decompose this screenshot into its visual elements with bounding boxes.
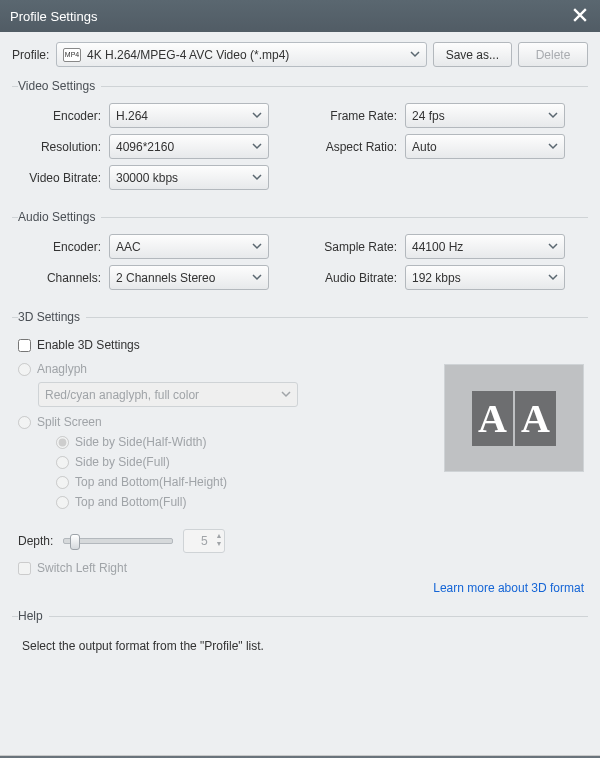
- close-icon: [573, 8, 587, 25]
- sbs-half-radio: Side by Side(Half-Width): [56, 435, 444, 449]
- audio-encoder-label: Encoder:: [18, 240, 103, 254]
- chevron-down-icon: [548, 240, 558, 254]
- tb-full-label: Top and Bottom(Full): [75, 495, 186, 509]
- audio-legend: Audio Settings: [18, 210, 101, 224]
- chevron-down-icon: [252, 109, 262, 123]
- aspect-value: Auto: [412, 140, 542, 154]
- sbs-full-radio: Side by Side(Full): [56, 455, 444, 469]
- depth-label: Depth:: [18, 534, 53, 548]
- enable-3d-input[interactable]: [18, 339, 31, 352]
- profile-row: Profile: MP4 4K H.264/MPEG-4 AVC Video (…: [12, 42, 588, 67]
- spinner-arrows: ▲▼: [215, 532, 222, 547]
- tb-half-radio-input: [56, 476, 69, 489]
- audio-bitrate-label: Audio Bitrate:: [319, 271, 399, 285]
- chevron-down-icon: [252, 240, 262, 254]
- sbs-half-radio-input: [56, 436, 69, 449]
- chevron-down-icon: [281, 388, 291, 402]
- switch-lr-label: Switch Left Right: [37, 561, 127, 575]
- channels-label: Channels:: [18, 271, 103, 285]
- split-screen-radio: Split Screen: [18, 415, 444, 429]
- video-encoder-dropdown[interactable]: H.264: [109, 103, 269, 128]
- video-legend: Video Settings: [18, 79, 101, 93]
- sample-rate-value: 44100 Hz: [412, 240, 542, 254]
- chevron-down-icon: [252, 171, 262, 185]
- aspect-label: Aspect Ratio:: [319, 140, 399, 154]
- sbs-full-radio-input: [56, 456, 69, 469]
- tb-full-radio: Top and Bottom(Full): [56, 495, 444, 509]
- profile-label: Profile:: [12, 48, 50, 62]
- profile-dropdown[interactable]: MP4 4K H.264/MPEG-4 AVC Video (*.mp4): [56, 42, 427, 67]
- chevron-down-icon: [548, 271, 558, 285]
- framerate-value: 24 fps: [412, 109, 542, 123]
- 3d-settings-group: 3D Settings Enable 3D Settings Anaglyph …: [12, 310, 588, 595]
- resolution-label: Resolution:: [18, 140, 103, 154]
- chevron-down-icon: [252, 271, 262, 285]
- chevron-down-icon: [548, 140, 558, 154]
- tb-half-radio: Top and Bottom(Half-Height): [56, 475, 444, 489]
- slider-thumb[interactable]: [70, 534, 80, 550]
- sbs-half-label: Side by Side(Half-Width): [75, 435, 206, 449]
- content-area: Profile: MP4 4K H.264/MPEG-4 AVC Video (…: [0, 32, 600, 756]
- channels-dropdown[interactable]: 2 Channels Stereo: [109, 265, 269, 290]
- tb-half-label: Top and Bottom(Half-Height): [75, 475, 227, 489]
- switch-lr-checkbox: Switch Left Right: [18, 561, 588, 575]
- anaglyph-dropdown: Red/cyan anaglyph, full color: [38, 382, 298, 407]
- split-screen-label: Split Screen: [37, 415, 102, 429]
- resolution-dropdown[interactable]: 4096*2160: [109, 134, 269, 159]
- delete-button: Delete: [518, 42, 588, 67]
- channels-value: 2 Channels Stereo: [116, 271, 246, 285]
- aspect-dropdown[interactable]: Auto: [405, 134, 565, 159]
- video-bitrate-label: Video Bitrate:: [18, 171, 103, 185]
- sample-rate-dropdown[interactable]: 44100 Hz: [405, 234, 565, 259]
- chevron-down-icon: [252, 140, 262, 154]
- switch-lr-input: [18, 562, 31, 575]
- chevron-down-icon: [548, 109, 558, 123]
- 3d-preview: AA: [444, 364, 584, 472]
- learn-more-3d-link[interactable]: Learn more about 3D format: [433, 581, 584, 595]
- anaglyph-value: Red/cyan anaglyph, full color: [45, 388, 275, 402]
- framerate-label: Frame Rate:: [319, 109, 399, 123]
- sample-rate-label: Sample Rate:: [319, 240, 399, 254]
- audio-bitrate-value: 192 kbps: [412, 271, 542, 285]
- resolution-value: 4096*2160: [116, 140, 246, 154]
- depth-slider[interactable]: [63, 538, 173, 544]
- sbs-full-label: Side by Side(Full): [75, 455, 170, 469]
- anaglyph-radio-input: [18, 363, 31, 376]
- titlebar: Profile Settings: [0, 0, 600, 32]
- video-encoder-label: Encoder:: [18, 109, 103, 123]
- video-bitrate-dropdown[interactable]: 30000 kbps: [109, 165, 269, 190]
- enable-3d-label: Enable 3D Settings: [37, 338, 140, 352]
- help-text: Select the output format from the "Profi…: [22, 639, 588, 653]
- aa-icon: AA: [472, 391, 556, 446]
- depth-spinner: 5 ▲▼: [183, 529, 225, 553]
- audio-encoder-value: AAC: [116, 240, 246, 254]
- chevron-down-icon: [410, 48, 420, 62]
- video-bitrate-value: 30000 kbps: [116, 171, 246, 185]
- mp4-icon: MP4: [63, 48, 81, 62]
- audio-settings-group: Audio Settings Encoder: AAC Sample Rate:…: [12, 210, 588, 296]
- video-encoder-value: H.264: [116, 109, 246, 123]
- window-title: Profile Settings: [10, 9, 570, 24]
- framerate-dropdown[interactable]: 24 fps: [405, 103, 565, 128]
- help-legend: Help: [18, 609, 49, 623]
- save-as-button[interactable]: Save as...: [433, 42, 512, 67]
- anaglyph-radio: Anaglyph: [18, 362, 444, 376]
- audio-bitrate-dropdown[interactable]: 192 kbps: [405, 265, 565, 290]
- split-screen-radio-input: [18, 416, 31, 429]
- 3d-legend: 3D Settings: [18, 310, 86, 324]
- close-button[interactable]: [570, 6, 590, 26]
- anaglyph-label: Anaglyph: [37, 362, 87, 376]
- help-group: Help Select the output format from the "…: [12, 609, 588, 653]
- profile-selected: 4K H.264/MPEG-4 AVC Video (*.mp4): [87, 48, 404, 62]
- tb-full-radio-input: [56, 496, 69, 509]
- video-settings-group: Video Settings Encoder: H.264 Frame Rate…: [12, 79, 588, 196]
- enable-3d-checkbox[interactable]: Enable 3D Settings: [18, 338, 588, 352]
- audio-encoder-dropdown[interactable]: AAC: [109, 234, 269, 259]
- depth-value: 5: [201, 534, 208, 548]
